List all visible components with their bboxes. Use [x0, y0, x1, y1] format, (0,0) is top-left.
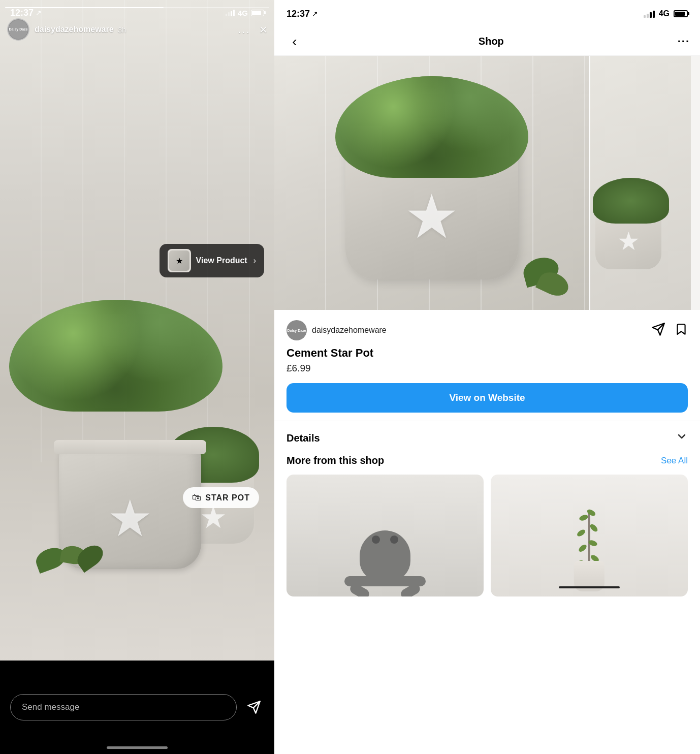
view-product-chevron: ›	[253, 256, 256, 265]
secondary-star: ★	[617, 227, 640, 256]
branch-leaf-3	[589, 523, 599, 533]
product-images-scroll[interactable]: ★ ★	[274, 56, 700, 310]
product-image-secondary: ★	[589, 56, 691, 310]
seller-name[interactable]: daisydazehomeware	[312, 326, 387, 335]
left-location-arrow: ↗	[36, 9, 42, 17]
more-from-shop: More from this shop See All	[274, 455, 700, 605]
signal-bar-1	[644, 15, 646, 18]
product-thumbnail: ★	[168, 249, 191, 272]
more-button[interactable]: ···	[678, 35, 690, 48]
signal-bar-4	[653, 11, 655, 18]
details-label: Details	[287, 432, 320, 444]
frog-eye-left	[372, 536, 380, 544]
branch-leaf-6	[578, 543, 588, 553]
star-pot-badge[interactable]: 🛍 STAR POT	[183, 487, 259, 508]
left-battery-icon	[251, 10, 264, 16]
right-battery-fill	[675, 12, 685, 16]
shopping-bag-icon: 🛍	[192, 492, 201, 503]
right-time: 12:37	[287, 9, 310, 19]
signal-bar-3	[650, 12, 652, 18]
signal-bar-3	[231, 11, 232, 16]
thumb-star: ★	[176, 256, 183, 266]
left-time-area: 12:37 ↗	[10, 8, 42, 18]
back-arrow: ‹	[292, 35, 297, 49]
frog-eye-right	[390, 536, 398, 544]
star-pot-text: STAR POT	[205, 493, 250, 502]
left-panel: ★ ★ 12:37 ↗	[0, 0, 274, 754]
left-signal-bars	[226, 9, 235, 16]
right-nav: ‹ Shop ···	[274, 27, 700, 56]
story-plant-leaves	[9, 300, 222, 412]
left-time: 12:37	[10, 8, 34, 18]
frog-statue	[360, 530, 410, 581]
product-info: Daisy Daze daisydazehomeware	[274, 310, 700, 421]
story-user-info: daisydazehomeware 3h	[35, 25, 238, 34]
left-status-bar: 12:37 ↗ 4G	[0, 0, 274, 25]
share-icon-button[interactable]	[651, 322, 665, 338]
share-icon	[651, 322, 665, 336]
details-section[interactable]: Details	[274, 421, 700, 455]
story-username[interactable]: daisydazehomeware	[35, 25, 114, 34]
chevron-svg	[676, 430, 688, 443]
product-ivy	[523, 258, 569, 295]
right-status-bar: 12:37 ↗ 4G	[274, 0, 700, 27]
secondary-leaves	[593, 178, 669, 224]
shop-thumb-2[interactable]	[491, 475, 688, 596]
branch-leaf-4	[576, 528, 586, 538]
back-button[interactable]: ‹	[284, 32, 305, 52]
branch-container	[569, 500, 610, 591]
frog-body	[360, 530, 410, 581]
story-bottom: Send message	[0, 661, 274, 754]
shop-thumbnails	[287, 475, 688, 596]
ivy-decoration	[25, 528, 117, 569]
signal-bar-4	[233, 10, 235, 16]
send-message-placeholder: Send message	[22, 702, 79, 712]
thumb-1-content	[287, 475, 484, 591]
seller-actions	[651, 322, 688, 338]
send-icon-button[interactable]	[244, 697, 264, 717]
view-product-label: View Product	[196, 256, 247, 265]
bookmark-icon	[675, 322, 688, 336]
nav-title: Shop	[479, 36, 504, 47]
ivy-leaf-3	[73, 541, 107, 573]
frog-eyes	[372, 536, 398, 544]
branch-leaf-2	[579, 514, 589, 522]
save-icon-button[interactable]	[675, 322, 688, 338]
thumb-2-content	[491, 475, 688, 596]
right-status-icons: 4G	[644, 9, 688, 18]
seller-row: Daisy Daze daisydazehomeware	[287, 320, 688, 340]
avatar-text: Daisy Daze	[9, 27, 28, 32]
chevron-down-icon	[676, 430, 688, 446]
right-4g-label: 4G	[659, 9, 670, 18]
seller-avatar[interactable]: Daisy Daze	[287, 320, 307, 340]
product-price: £6.99	[287, 363, 688, 374]
product-image-main: ★	[274, 56, 589, 310]
signal-bar-2	[647, 14, 649, 18]
pot-rim	[54, 440, 206, 454]
right-signal-bars	[644, 10, 655, 18]
more-from-title: More from this shop	[287, 455, 384, 466]
plant-mass	[9, 300, 222, 412]
view-website-button[interactable]: View on Website	[287, 383, 688, 413]
product-pot-star: ★	[404, 186, 459, 247]
plant-mass-main	[335, 76, 528, 178]
send-icon-svg	[247, 700, 261, 714]
view-product-card[interactable]: ★ View Product ›	[160, 244, 264, 277]
left-status-icons: 4G	[226, 9, 264, 17]
see-all-button[interactable]: See All	[661, 456, 688, 466]
right-home-indicator	[559, 586, 620, 588]
product-title: Cement Star Pot	[287, 347, 688, 360]
story-time: 3h	[118, 25, 126, 34]
signal-bar-1	[226, 14, 227, 16]
more-from-header: More from this shop See All	[287, 455, 688, 466]
send-message-input[interactable]: Send message	[10, 694, 237, 720]
seller-avatar-text: Daisy Daze	[288, 329, 306, 332]
shop-thumb-1[interactable]	[287, 475, 484, 596]
product-thumb-inner: ★	[169, 250, 189, 271]
signal-bar-2	[228, 12, 230, 16]
product-plant-leaves	[325, 66, 538, 178]
right-location-arrow: ↗	[312, 10, 318, 18]
home-indicator-left	[107, 746, 168, 749]
right-battery-icon	[674, 10, 688, 17]
seller-left: Daisy Daze daisydazehomeware	[287, 320, 387, 340]
